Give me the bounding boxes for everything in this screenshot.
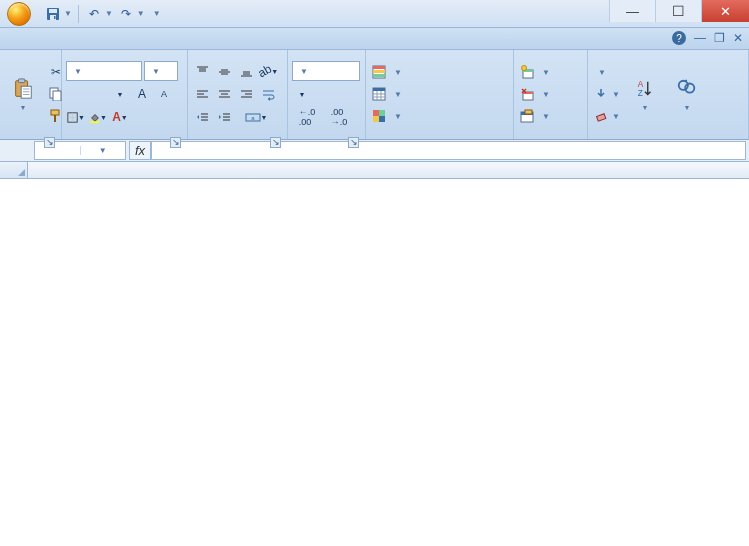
redo-button[interactable]: ↷: [117, 5, 135, 23]
decrease-decimal-button[interactable]: .00→.0: [324, 107, 354, 127]
delete-cells-button[interactable]: ▼: [518, 84, 552, 104]
ribbon-tabs: ? — ❐ ✕: [0, 28, 749, 50]
fx-button[interactable]: fx: [129, 141, 151, 160]
undo-icon: ↶: [89, 7, 99, 21]
percent-button[interactable]: [314, 84, 334, 104]
align-right-button[interactable]: [236, 84, 256, 104]
decrease-indent-button[interactable]: [192, 107, 212, 127]
copy-icon: [49, 87, 63, 101]
merge-center-icon: a: [245, 111, 261, 124]
svg-rect-50: [373, 88, 385, 91]
alignment-dialog-launcher[interactable]: ↘: [270, 137, 281, 148]
conditional-formatting-icon: [372, 65, 386, 79]
align-top-button[interactable]: [192, 61, 212, 81]
format-as-table-icon: [372, 87, 386, 101]
align-left-icon: [196, 88, 209, 101]
svg-rect-69: [597, 114, 606, 121]
align-bottom-button[interactable]: [236, 61, 256, 81]
clear-button[interactable]: ▼: [592, 106, 622, 126]
increase-decimal-button[interactable]: ←.0.00: [292, 107, 322, 127]
autosum-button[interactable]: ▼: [592, 62, 622, 82]
shrink-font-icon: A: [161, 89, 167, 99]
align-middle-button[interactable]: [214, 61, 234, 81]
insert-cells-button[interactable]: ▼: [518, 62, 552, 82]
font-name-combo[interactable]: ▼: [66, 61, 142, 81]
wrap-text-button[interactable]: [258, 84, 278, 104]
grow-font-button[interactable]: A: [132, 84, 152, 104]
shrink-font-button[interactable]: A: [154, 84, 174, 104]
minimize-button[interactable]: —: [609, 0, 655, 22]
qat-save-dd[interactable]: ▼: [64, 9, 72, 18]
decrease-indent-icon: [196, 111, 209, 124]
fill-color-icon: [89, 111, 100, 124]
redo-icon: ↷: [121, 7, 131, 21]
office-orb-icon: [7, 2, 31, 26]
paste-button[interactable]: ▼: [4, 52, 42, 136]
name-box-dd[interactable]: ▼: [80, 146, 126, 155]
svg-rect-55: [373, 110, 379, 116]
font-color-icon: A: [112, 110, 121, 124]
font-dialog-launcher[interactable]: ↘: [170, 137, 181, 148]
help-icon[interactable]: ?: [672, 31, 686, 45]
font-color-button[interactable]: A▼: [110, 107, 130, 127]
currency-button[interactable]: ▼: [292, 84, 312, 104]
sort-filter-icon: AZ: [634, 78, 656, 100]
quick-access-toolbar: ▼ ↶ ▼ ↷ ▼ ▼: [38, 5, 167, 23]
worksheet[interactable]: [0, 162, 749, 546]
find-select-button[interactable]: ▼: [668, 52, 706, 136]
comma-button[interactable]: [336, 84, 356, 104]
qat-redo-dd[interactable]: ▼: [137, 9, 145, 18]
title-bar: ▼ ↶ ▼ ↷ ▼ ▼ — ☐ ✕: [0, 0, 749, 28]
insert-cells-icon: [520, 65, 534, 79]
cut-icon: ✂: [51, 65, 61, 79]
svg-rect-68: [525, 110, 532, 114]
select-all-button[interactable]: [0, 162, 28, 178]
clipboard-dialog-launcher[interactable]: ↘: [44, 137, 55, 148]
delete-cells-icon: [520, 87, 534, 101]
orientation-button[interactable]: ab▼: [258, 61, 278, 81]
office-button[interactable]: [0, 0, 38, 28]
formula-input[interactable]: [151, 141, 746, 160]
fill-icon: [594, 87, 608, 101]
sort-filter-button[interactable]: AZ ▼: [626, 52, 664, 136]
format-cells-button[interactable]: ▼: [518, 106, 552, 126]
undo-button[interactable]: ↶: [85, 5, 103, 23]
bold-button[interactable]: [66, 84, 86, 104]
conditional-formatting-button[interactable]: ▼: [370, 62, 404, 82]
align-center-button[interactable]: [214, 84, 234, 104]
svg-text:Z: Z: [638, 89, 643, 98]
underline-button[interactable]: ▼: [110, 84, 130, 104]
cell-styles-icon: [372, 109, 386, 123]
fill-button[interactable]: ▼: [592, 84, 622, 104]
close-button[interactable]: ✕: [701, 0, 749, 22]
decrease-decimal-icon: .00→.0: [331, 107, 348, 127]
group-styles: ▼ ▼ ▼: [366, 50, 514, 139]
align-left-button[interactable]: [192, 84, 212, 104]
qat-customize-dd[interactable]: ▼: [153, 9, 161, 18]
align-top-icon: [196, 65, 209, 78]
svg-rect-47: [373, 70, 385, 73]
minimize-ribbon-button[interactable]: —: [694, 31, 706, 45]
restore-window-button[interactable]: ❐: [714, 31, 725, 45]
qat-undo-dd[interactable]: ▼: [105, 9, 113, 18]
borders-button[interactable]: ▼: [66, 107, 86, 127]
fill-color-button[interactable]: ▼: [88, 107, 108, 127]
increase-decimal-icon: ←.0.00: [299, 107, 316, 127]
number-format-combo[interactable]: ▼: [292, 61, 360, 81]
svg-rect-11: [53, 91, 61, 101]
font-size-combo[interactable]: ▼: [144, 61, 178, 81]
column-headers: [0, 162, 749, 179]
merge-center-button[interactable]: a▼: [236, 107, 276, 127]
increase-indent-button[interactable]: [214, 107, 234, 127]
save-button[interactable]: [44, 5, 62, 23]
close-workbook-button[interactable]: ✕: [733, 31, 743, 45]
group-cells: ▼ ▼ ▼: [514, 50, 588, 139]
italic-button[interactable]: [88, 84, 108, 104]
format-as-table-button[interactable]: ▼: [370, 84, 404, 104]
number-dialog-launcher[interactable]: ↘: [348, 137, 359, 148]
cell-styles-button[interactable]: ▼: [370, 106, 404, 126]
wrap-text-icon: [262, 88, 275, 101]
group-font: ▼ ▼ ▼ A A ▼ ▼ A▼ ↘: [62, 50, 188, 139]
maximize-button[interactable]: ☐: [655, 0, 701, 22]
paste-icon: [12, 78, 34, 100]
